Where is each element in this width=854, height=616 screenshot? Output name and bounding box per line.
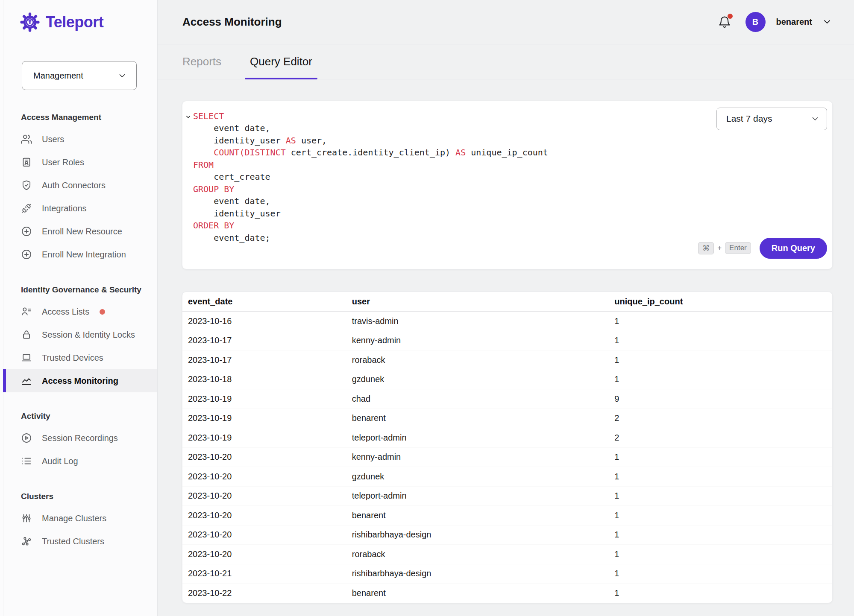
nav-section-access-management: Access ManagementUsersUser RolesAuth Con… xyxy=(0,113,157,266)
event-date-cell: 2023-10-20 xyxy=(182,486,352,506)
table-row[interactable]: 2023-10-19teleport-admin2 xyxy=(182,428,832,448)
sidebar-item-access-lists[interactable]: Access Lists xyxy=(0,300,157,323)
sidebar-item-label: Auth Connectors xyxy=(42,181,106,190)
user-cell: roraback xyxy=(352,545,615,564)
unique-ip-count-cell: 1 xyxy=(614,506,832,525)
sidebar-item-enroll-new-resource[interactable]: Enroll New Resource xyxy=(0,220,157,243)
sidebar-item-session-recordings[interactable]: Session Recordings xyxy=(0,426,157,450)
column-header-unique-ip-count: unique_ip_count xyxy=(614,292,832,312)
sidebar-nav: Access ManagementUsersUser RolesAuth Con… xyxy=(0,113,157,553)
sidebar-item-label: Access Monitoring xyxy=(42,376,118,386)
notification-dot xyxy=(728,14,733,19)
sql-code-line: ORDER BY xyxy=(193,219,708,232)
event-date-cell: 2023-10-21 xyxy=(182,564,352,584)
sidebar-item-auth-connectors[interactable]: Auth Connectors xyxy=(0,174,157,197)
enter-key-badge: Enter xyxy=(725,242,751,254)
table-row[interactable]: 2023-10-22benarent1 xyxy=(182,584,832,603)
user-cell: benarent xyxy=(352,409,615,428)
sidebar-item-audit-log[interactable]: Audit Log xyxy=(0,450,157,473)
event-date-cell: 2023-10-22 xyxy=(182,584,352,603)
sql-code-line: GROUP BY xyxy=(193,183,708,196)
event-date-cell: 2023-10-19 xyxy=(182,409,352,428)
tab-reports[interactable]: Reports xyxy=(177,44,226,79)
time-range-select[interactable]: Last 7 days xyxy=(716,108,827,130)
user-cell: travis-admin xyxy=(352,312,615,331)
event-date-cell: 2023-10-19 xyxy=(182,389,352,409)
user-cell: teleport-admin xyxy=(352,428,615,448)
sidebar-item-label: Access Lists xyxy=(42,307,89,317)
sidebar-item-manage-clusters[interactable]: Manage Clusters xyxy=(0,507,157,530)
table-row[interactable]: 2023-10-16travis-admin1 xyxy=(182,312,832,331)
user-cell: kenny-admin xyxy=(352,447,615,467)
sidebar-item-label: User Roles xyxy=(42,158,84,167)
sql-code-line: COUNT(DISTINCT cert_create.identity_clie… xyxy=(193,146,708,159)
user-cell: teleport-admin xyxy=(352,486,615,506)
table-row[interactable]: 2023-10-21rishibarbhaya-design1 xyxy=(182,564,832,584)
username[interactable]: benarent xyxy=(776,17,812,27)
tab-query-editor[interactable]: Query Editor xyxy=(245,44,317,79)
table-row[interactable]: 2023-10-19benarent2 xyxy=(182,409,832,428)
sql-code-line: event_date; xyxy=(193,232,708,244)
table-row[interactable]: 2023-10-20benarent1 xyxy=(182,506,832,525)
sidebar-item-enroll-new-integration[interactable]: Enroll New Integration xyxy=(0,243,157,266)
sidebar-item-user-roles[interactable]: User Roles xyxy=(0,151,157,174)
sidebar-item-users[interactable]: Users xyxy=(0,128,157,151)
unique-ip-count-cell: 9 xyxy=(614,389,832,409)
table-row[interactable]: 2023-10-19chad9 xyxy=(182,389,832,409)
table-row[interactable]: 2023-10-20rishibarbhaya-design1 xyxy=(182,525,832,545)
column-header-event-date: event_date xyxy=(182,292,352,312)
event-date-cell: 2023-10-20 xyxy=(182,506,352,525)
brand-logo[interactable]: Teleport xyxy=(0,0,157,32)
unique-ip-count-cell: 1 xyxy=(614,545,832,564)
sql-code-line: identity_user xyxy=(193,207,708,220)
sidebar-item-trusted-devices[interactable]: Trusted Devices xyxy=(0,346,157,369)
event-date-cell: 2023-10-16 xyxy=(182,312,352,331)
sidebar-item-session-identity-locks[interactable]: Session & Identity Locks xyxy=(0,323,157,346)
chart-line-icon xyxy=(21,375,32,386)
sidebar-item-label: Session & Identity Locks xyxy=(42,330,135,340)
table-row[interactable]: 2023-10-20kenny-admin1 xyxy=(182,447,832,467)
sidebar-item-label: Enroll New Resource xyxy=(42,227,122,236)
list-icon xyxy=(21,455,32,467)
sidebar-item-label: Session Recordings xyxy=(42,433,118,443)
table-row[interactable]: 2023-10-20gzdunek1 xyxy=(182,467,832,487)
cmd-key-badge: ⌘ xyxy=(698,242,714,254)
event-date-cell: 2023-10-17 xyxy=(182,350,352,370)
event-date-cell: 2023-10-18 xyxy=(182,370,352,389)
table-row[interactable]: 2023-10-20teleport-admin1 xyxy=(182,486,832,506)
sidebar-item-integrations[interactable]: Integrations xyxy=(0,197,157,220)
sidebar-item-label: Trusted Clusters xyxy=(42,537,104,546)
results-panel: event_date user unique_ip_count 2023-10-… xyxy=(182,292,833,604)
run-query-row: ⌘ + Enter Run Query xyxy=(698,238,827,259)
nav-section-activity: ActivitySession RecordingsAudit Log xyxy=(0,412,157,473)
event-date-cell: 2023-10-20 xyxy=(182,525,352,545)
nodes-icon xyxy=(21,536,32,547)
notifications-button[interactable] xyxy=(718,15,731,29)
code-fold-chevron-icon[interactable] xyxy=(185,114,191,120)
sidebar-item-access-monitoring[interactable]: Access Monitoring xyxy=(3,369,157,392)
results-header-row: event_date user unique_ip_count xyxy=(182,292,832,312)
run-query-button[interactable]: Run Query xyxy=(760,238,827,259)
content: SELECT event_date, identity_user AS user… xyxy=(158,79,854,616)
chevron-down-icon[interactable] xyxy=(822,17,832,26)
tab-bar: Reports Query Editor xyxy=(158,44,854,79)
shortcut-plus: + xyxy=(717,244,722,252)
sidebar-item-trusted-clusters[interactable]: Trusted Clusters xyxy=(0,530,157,553)
table-row[interactable]: 2023-10-17kenny-admin1 xyxy=(182,331,832,350)
time-range-value: Last 7 days xyxy=(726,114,772,124)
sql-query-editor[interactable]: SELECT event_date, identity_user AS user… xyxy=(193,110,708,244)
user-cell: rishibarbhaya-design xyxy=(352,564,615,584)
brand-name: Teleport xyxy=(46,13,103,31)
nav-section-clusters: ClustersManage ClustersTrusted Clusters xyxy=(0,492,157,553)
table-row[interactable]: 2023-10-20roraback1 xyxy=(182,545,832,564)
event-date-cell: 2023-10-20 xyxy=(182,467,352,487)
sql-code-line: FROM xyxy=(193,159,708,171)
table-row[interactable]: 2023-10-18gzdunek1 xyxy=(182,370,832,389)
workspace-select[interactable]: Management xyxy=(22,61,137,90)
table-row[interactable]: 2023-10-17roraback1 xyxy=(182,350,832,370)
avatar[interactable]: B xyxy=(745,12,766,32)
unique-ip-count-cell: 1 xyxy=(614,331,832,350)
plus-circle-icon xyxy=(21,226,32,237)
plug-icon xyxy=(21,203,32,214)
sql-code-line: cert_create xyxy=(193,171,708,183)
